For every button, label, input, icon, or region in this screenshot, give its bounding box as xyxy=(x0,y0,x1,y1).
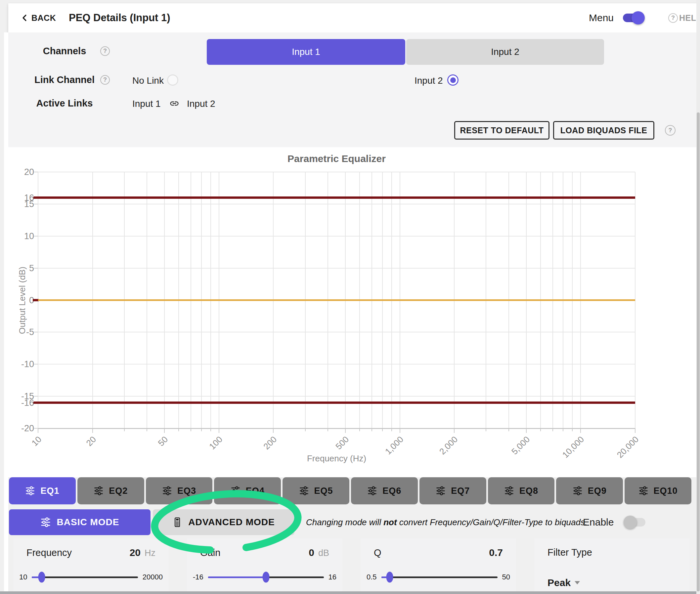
y-tick-label: 5 xyxy=(14,263,34,273)
x-major-tick xyxy=(454,428,454,433)
x-major-tick xyxy=(635,428,636,433)
scrollbar-thumb[interactable] xyxy=(697,112,700,591)
tab-eq9[interactable]: EQ9 xyxy=(556,477,623,504)
reset-to-default-button[interactable]: RESET TO DEFAULT xyxy=(454,121,549,139)
y-tick-label: -10 xyxy=(14,359,34,369)
eq-tab-label: EQ8 xyxy=(519,486,538,496)
tune-icon xyxy=(573,486,582,496)
calculator-icon xyxy=(172,517,182,527)
active-links-label: Active Links xyxy=(22,98,107,109)
back-button[interactable]: BACK xyxy=(21,3,56,32)
y-tick-label: -20 xyxy=(14,423,34,434)
tab-eq1[interactable]: EQ1 xyxy=(9,477,76,504)
channel-settings-section: Channels Input 1 Input 2 Link Channel No… xyxy=(8,32,700,147)
gain-panel: Gain 0 dB -16 16 xyxy=(187,538,342,594)
menu-toggle-knob xyxy=(632,11,645,25)
q-slider-thumb[interactable] xyxy=(386,572,393,583)
frequency-slider-track xyxy=(32,576,138,578)
link-channel-help-icon[interactable] xyxy=(100,75,110,85)
x-major-tick xyxy=(273,428,274,433)
y-gridline xyxy=(38,236,635,236)
scrollbar-track[interactable] xyxy=(696,0,700,594)
eq-tab-label: EQ2 xyxy=(109,486,128,496)
peq-details-page: BACK PEQ Details (Input 1) Menu HELP Cha… xyxy=(0,0,700,594)
filter-type-value: Peak xyxy=(547,577,571,588)
basic-mode-button[interactable]: BASIC MODE xyxy=(9,509,151,535)
x-major-tick xyxy=(526,428,527,433)
filter-type-panel: Filter Type Peak xyxy=(534,538,690,594)
link-icon xyxy=(169,99,179,108)
channels-label: Channels xyxy=(22,46,107,57)
gain-slider[interactable] xyxy=(208,571,324,583)
no-link-radio[interactable] xyxy=(167,74,178,86)
y-tick-label: -16 xyxy=(14,398,34,408)
tab-eq2[interactable]: EQ2 xyxy=(77,477,144,504)
tab-eq8[interactable]: EQ8 xyxy=(488,477,555,504)
y-tick-label: 0 xyxy=(14,295,34,306)
frequency-slider[interactable] xyxy=(32,571,138,583)
help-button[interactable]: HELP xyxy=(668,3,700,32)
channel-input2-button[interactable]: Input 2 xyxy=(406,39,604,65)
tab-eq4[interactable]: EQ4 xyxy=(214,477,281,504)
filter-type-select[interactable]: Peak xyxy=(534,577,690,588)
q-panel: Q 0.7 0.5 50 xyxy=(360,538,516,594)
frequency-min-label: 10 xyxy=(19,573,27,582)
q-slider[interactable] xyxy=(381,571,498,583)
advanced-mode-button[interactable]: ADVANCED MODE xyxy=(153,509,294,535)
basic-mode-label: BASIC MODE xyxy=(57,517,120,528)
menu-toggle[interactable] xyxy=(623,13,643,22)
y-gridline xyxy=(38,396,635,397)
eq-tab-label: EQ1 xyxy=(40,486,59,496)
chart-title: Parametric Equalizer xyxy=(38,153,635,164)
tab-eq6[interactable]: EQ6 xyxy=(351,477,418,504)
y-tick xyxy=(34,364,38,364)
eq-tab-label: EQ10 xyxy=(654,486,678,496)
eq-band-tabs: EQ1EQ2EQ3EQ4EQ5EQ6EQ7EQ8EQ9EQ10 xyxy=(9,477,691,504)
link-input2-radio[interactable] xyxy=(447,74,458,86)
y-gridline xyxy=(38,268,635,269)
load-biquads-file-button[interactable]: LOAD BIQUADS FILE xyxy=(553,121,654,139)
y-gridline xyxy=(38,172,635,172)
y-gridline xyxy=(38,364,635,364)
tab-eq5[interactable]: EQ5 xyxy=(283,477,349,504)
frequency-panel: Frequency 20 Hz 10 20000 xyxy=(13,538,169,594)
eq-tab-label: EQ4 xyxy=(246,486,265,496)
enable-toggle[interactable] xyxy=(625,518,645,527)
y-tick-label: 20 xyxy=(14,167,34,177)
tune-icon xyxy=(230,486,241,496)
x-major-tick xyxy=(580,428,581,433)
tune-icon xyxy=(436,486,446,496)
y-tick xyxy=(34,172,38,172)
x-major-tick xyxy=(219,428,219,433)
y-gridline xyxy=(38,428,635,429)
frequency-max-label: 20000 xyxy=(142,573,163,582)
q-value[interactable]: 0.7 xyxy=(489,547,503,558)
gain-value[interactable]: 0 xyxy=(309,547,314,558)
help-icon xyxy=(668,13,678,23)
tune-icon xyxy=(40,517,51,528)
no-link-label: No Link xyxy=(132,75,164,86)
frequency-unit: Hz xyxy=(145,548,156,558)
tune-icon xyxy=(94,486,103,496)
menu-label: Menu xyxy=(589,12,614,24)
tune-icon xyxy=(638,486,648,496)
q-slider-track xyxy=(381,576,498,578)
eq-tab-label: EQ6 xyxy=(382,486,401,496)
y-tick-label: 10 xyxy=(14,231,34,241)
y-tick xyxy=(34,236,38,236)
eq-tab-label: EQ3 xyxy=(177,486,196,496)
frequency-value[interactable]: 20 xyxy=(130,547,140,558)
channels-help-icon[interactable] xyxy=(100,46,110,56)
gain-slider-thumb[interactable] xyxy=(262,572,269,583)
frequency-slider-thumb[interactable] xyxy=(38,572,45,583)
tab-eq7[interactable]: EQ7 xyxy=(419,477,486,504)
tab-eq3[interactable]: EQ3 xyxy=(146,477,213,504)
tune-icon xyxy=(367,486,377,496)
left-panel-edge xyxy=(4,32,8,594)
channel-input1-button[interactable]: Input 1 xyxy=(207,39,405,65)
tune-icon xyxy=(299,486,309,496)
tab-eq10[interactable]: EQ10 xyxy=(625,477,691,504)
x-major-tick xyxy=(92,428,93,433)
lower-gain-limit-line xyxy=(33,401,635,404)
biquads-help-icon[interactable] xyxy=(665,125,675,136)
